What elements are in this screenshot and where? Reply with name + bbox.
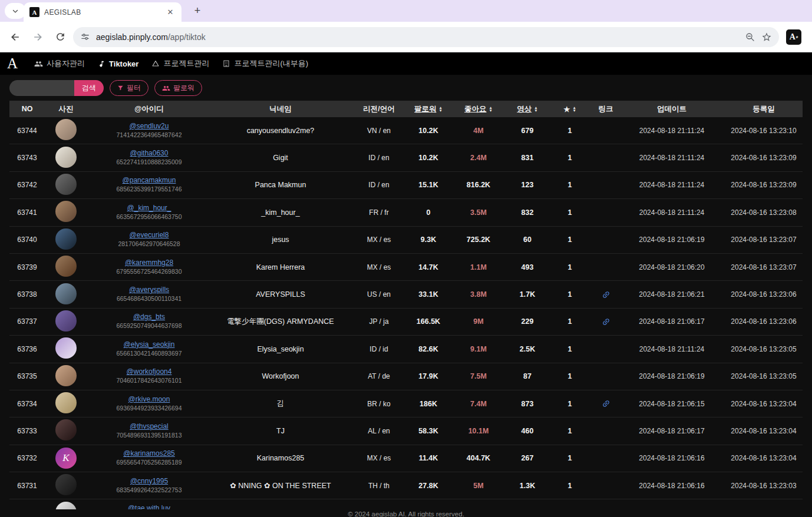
star-count: 1 bbox=[547, 236, 593, 244]
videos-count: 493 bbox=[508, 263, 547, 271]
building-icon bbox=[222, 59, 230, 68]
browser-tab[interactable]: A AEGISLAB ✕ bbox=[24, 2, 181, 22]
registered-at: 2024-08-16 13:23:04 bbox=[725, 427, 803, 435]
nickname: Panca Makmun bbox=[211, 181, 350, 189]
star-count: 1 bbox=[547, 345, 593, 353]
nickname: Gigit bbox=[211, 154, 350, 162]
updated-at: 2024-08-18 21:06:15 bbox=[619, 400, 725, 408]
star-count: 1 bbox=[547, 290, 593, 299]
photo-cell bbox=[45, 392, 87, 415]
star-count: 1 bbox=[547, 154, 593, 162]
account-handle-link[interactable]: @sendluv2u bbox=[87, 122, 211, 131]
account-handle-link[interactable]: @evecuriel8 bbox=[87, 231, 211, 240]
browser-profile-avatar[interactable]: A# bbox=[786, 29, 801, 45]
avatar bbox=[55, 201, 77, 222]
videos-count: 679 bbox=[508, 127, 547, 135]
nickname: Workofjoon bbox=[211, 372, 350, 380]
nickname: jesus bbox=[211, 236, 350, 244]
nav-item-project-management-internal[interactable]: 프로젝트관리(내부용) bbox=[222, 58, 308, 69]
back-button[interactable] bbox=[6, 28, 25, 47]
likes-count: 7.5M bbox=[449, 372, 508, 380]
row-number: 63735 bbox=[9, 372, 45, 380]
header-nickname: 닉네임 bbox=[211, 104, 350, 114]
chevron-down-icon bbox=[12, 8, 19, 15]
nav-item-tiktoker[interactable]: Tiktoker bbox=[98, 59, 138, 68]
reload-button[interactable] bbox=[51, 28, 70, 47]
table-row: 63733 @thvspecial 7054896931395191813 TJ… bbox=[9, 417, 803, 445]
header-star-sort[interactable]: ★▲▼ bbox=[547, 105, 593, 114]
region-language: AT / de bbox=[350, 372, 408, 380]
nav-item-user-management[interactable]: 사용자관리 bbox=[34, 58, 85, 69]
filter-button[interactable]: 필터 bbox=[110, 80, 148, 96]
row-number: 63739 bbox=[9, 263, 45, 271]
drive-icon bbox=[151, 59, 160, 68]
row-number: 63732 bbox=[9, 454, 45, 462]
app-logo[interactable]: A bbox=[7, 55, 18, 72]
link-cell bbox=[593, 454, 619, 463]
photo-cell bbox=[45, 283, 87, 306]
search-input[interactable] bbox=[9, 80, 74, 96]
photo-cell bbox=[45, 119, 87, 142]
followers-count: 17.9K bbox=[408, 372, 449, 380]
header-followers-sort[interactable]: 팔로워▲▼ bbox=[408, 104, 449, 114]
funnel-icon bbox=[117, 85, 124, 91]
account-uid: 7141422364965487642 bbox=[87, 131, 211, 140]
account-handle-link[interactable]: @karinamos285 bbox=[87, 449, 211, 458]
link-icon[interactable] bbox=[599, 290, 612, 299]
videos-count: 873 bbox=[508, 400, 547, 408]
updated-at: 2024-08-18 21:06:21 bbox=[619, 290, 725, 299]
url-text: aegislab.pinply.com/app/tiktok bbox=[96, 32, 739, 42]
link-cell bbox=[593, 481, 619, 490]
table-row: 63732 K @karinamos285 695565470525628518… bbox=[9, 445, 803, 472]
site-settings-icon[interactable] bbox=[80, 32, 90, 42]
close-icon[interactable]: ✕ bbox=[165, 7, 176, 18]
likes-count: 404.7K bbox=[449, 454, 508, 462]
followers-count: 10.2K bbox=[408, 127, 449, 135]
nickname: _kim_hour_ bbox=[211, 208, 350, 217]
account-handle-link[interactable]: @dgs_bts bbox=[87, 313, 211, 322]
link-cell bbox=[593, 317, 619, 326]
tab-search-button[interactable] bbox=[5, 3, 26, 19]
nav-item-project-management[interactable]: 프로젝트관리 bbox=[151, 58, 209, 69]
photo-cell bbox=[45, 228, 87, 251]
row-number: 63743 bbox=[9, 154, 45, 162]
account-handle-link[interactable]: @averyspills bbox=[87, 286, 211, 294]
account-handle-link[interactable]: @githa0630 bbox=[87, 149, 211, 158]
followers-count: 0 bbox=[408, 208, 449, 217]
table-row: 63735 @workofjoon4 7046017842643076101 W… bbox=[9, 363, 803, 390]
table-row: 63738 @averyspills 6654686430500110341 A… bbox=[9, 281, 803, 308]
link-icon[interactable] bbox=[599, 399, 612, 408]
link-icon[interactable] bbox=[599, 317, 612, 326]
videos-count: 229 bbox=[508, 317, 547, 326]
url-bar[interactable]: aegislab.pinply.com/app/tiktok bbox=[73, 27, 779, 47]
link-cell bbox=[593, 126, 619, 135]
header-likes-sort[interactable]: 좋아요▲▼ bbox=[449, 104, 508, 114]
account-handle-link[interactable]: @cnny1995 bbox=[87, 477, 211, 486]
likes-count: 1.1M bbox=[449, 263, 508, 271]
forward-button[interactable] bbox=[28, 28, 47, 47]
account-handle-link[interactable]: @pancamakmun bbox=[87, 176, 211, 185]
bookmark-star-icon[interactable] bbox=[761, 32, 772, 42]
account-handle-link[interactable]: @thvspecial bbox=[87, 422, 211, 431]
star-count: 1 bbox=[547, 127, 593, 135]
new-tab-button[interactable]: + bbox=[190, 3, 205, 18]
table-row: 63744 @sendluv2u 7141422364965487642 can… bbox=[9, 117, 803, 144]
registered-at: 2024-08-16 13:23:06 bbox=[725, 317, 803, 326]
follower-button[interactable]: 팔로워 bbox=[154, 80, 202, 96]
header-videos-sort[interactable]: 영상▲▼ bbox=[508, 104, 547, 114]
screen: A AEGISLAB ✕ + aegislab.pinply.com/app/t… bbox=[0, 0, 812, 517]
followers-count: 33.1K bbox=[408, 290, 449, 299]
search-button[interactable]: 검색 bbox=[74, 80, 104, 96]
account-uid: 6654686430500110341 bbox=[87, 294, 211, 303]
row-number: 63741 bbox=[9, 208, 45, 217]
app-content: A 사용자관리 Tiktoker 프로젝트관리 bbox=[0, 52, 812, 517]
account-handle-link[interactable]: @workofjoon4 bbox=[87, 367, 211, 376]
account-handle-link[interactable]: @rkive.moon bbox=[87, 395, 211, 404]
star-count: 1 bbox=[547, 317, 593, 326]
account-handle-link[interactable]: @_kim_hour_ bbox=[87, 204, 211, 213]
zoom-out-icon[interactable] bbox=[745, 32, 755, 42]
followers-count: 14.7K bbox=[408, 263, 449, 271]
account-handle-link[interactable]: @elysia_seokjin bbox=[87, 340, 211, 349]
updated-at: 2024-08-18 21:06:19 bbox=[619, 372, 725, 380]
account-handle-link[interactable]: @karemmhg28 bbox=[87, 258, 211, 267]
